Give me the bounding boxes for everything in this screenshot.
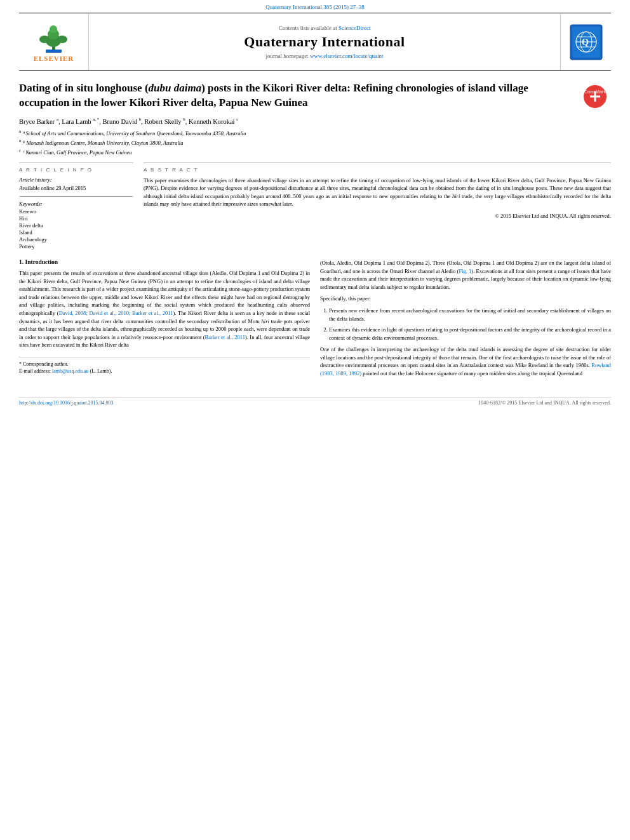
article-title-section: Dating of in situ longhouse (dubu daima)…: [19, 81, 611, 110]
sciencedirect-prefix: Contents lists available at: [279, 25, 337, 31]
elsevier-logo-box: ELSEVIER: [19, 13, 89, 70]
article-info-col: A R T I C L E I N F O Article history: A…: [19, 163, 133, 250]
keyword-pottery: Pottery: [19, 243, 133, 250]
main-right-col: (Otola, Aledio, Old Dopima 1 and Old Dop…: [320, 259, 611, 382]
crossmark-icon: CrossMark: [582, 84, 608, 109]
article-title: Dating of in situ longhouse (dubu daima)…: [19, 81, 573, 110]
affiliation-c: c ᶜ Namuri Clan, Gulf Province, Papua Ne…: [19, 147, 611, 157]
doi-link[interactable]: http://dx.doi.org/10.1016/j.quaint.2015.…: [19, 400, 114, 406]
specific-list: Presents new evidence from recent archae…: [320, 307, 611, 342]
email-link[interactable]: lamb@usq.edu.au: [52, 368, 89, 374]
journal-logo-box: Q: [560, 13, 611, 70]
section1-para1: This paper presents the results of excav…: [19, 269, 310, 349]
footnote-section: * Corresponding author. E-mail address: …: [19, 357, 310, 375]
page-footer: http://dx.doi.org/10.1016/j.quaint.2015.…: [19, 397, 611, 406]
elsevier-tree-icon: [33, 22, 74, 53]
svg-point-3: [50, 25, 57, 33]
info-divider: [19, 196, 133, 197]
affiliations: a ᵃ School of Arts and Communications, U…: [19, 128, 611, 156]
ref-fig1[interactable]: Fig. 1: [459, 268, 471, 274]
journal-title-main: Quaternary International: [244, 34, 405, 50]
section1-para2: (Otola, Aledio, Old Dopima 1 and Old Dop…: [320, 259, 611, 291]
journal-citation-text: Quaternary International 385 (2015) 27–3…: [265, 4, 364, 10]
authors-line: Bryce Barker a, Lara Lamb a, *, Bruno Da…: [19, 117, 611, 125]
keyword-river-delta: River delta: [19, 222, 133, 229]
section1-heading: 1. Introduction: [19, 259, 310, 265]
svg-text:Q: Q: [582, 37, 589, 47]
corresponding-author-note: * Corresponding author.: [19, 361, 310, 368]
page: Quaternary International 385 (2015) 27–3…: [0, 0, 630, 840]
list-item-2: Examines this evidence in light of quest…: [329, 326, 611, 342]
homepage-label: journal homepage:: [266, 53, 309, 59]
elsevier-label: ELSEVIER: [34, 55, 74, 62]
keyword-kerewo: Kerewo: [19, 208, 133, 215]
copyright-line: © 2015 Elsevier Ltd and INQUA. All right…: [144, 213, 611, 219]
journal-homepage-line: journal homepage: www.elsevier.com/locat…: [266, 53, 384, 59]
homepage-link[interactable]: www.elsevier.com/locate/quaint: [310, 53, 383, 59]
article-info-section: A R T I C L E I N F O Article history: A…: [19, 163, 133, 250]
ref-david-2008[interactable]: David, 2008; David et al., 2010; Barker …: [59, 310, 173, 316]
keywords-label: Keywords:: [19, 201, 133, 207]
journal-icon: Q: [567, 22, 605, 63]
abstract-text: This paper examines the chronologies of …: [144, 177, 611, 208]
section1-para3: One of the challenges in interpreting th…: [320, 345, 611, 377]
article-body: Dating of in situ longhouse (dubu daima)…: [0, 71, 630, 392]
keyword-archaeology: Archaeology: [19, 236, 133, 243]
abstract-label: A B S T R A C T: [144, 167, 611, 173]
affiliation-b: b ᵇ Monash Indigenous Centre, Monash Uni…: [19, 138, 611, 147]
abstract-section: A B S T R A C T This paper examines the …: [144, 163, 611, 219]
sciencedirect-link[interactable]: ScienceDirect: [338, 25, 370, 31]
ref-rowland[interactable]: Rowland (1983, 1989, 1992): [320, 362, 611, 377]
sciencedirect-line: Contents lists available at ScienceDirec…: [279, 25, 371, 31]
main-left-col: 1. Introduction This paper presents the …: [19, 259, 310, 382]
crossmark-box: CrossMark: [579, 81, 611, 109]
ref-barker-2011[interactable]: Barker et al., 2011: [205, 334, 245, 340]
available-online: Available online 29 April 2015: [19, 185, 133, 191]
keyword-hiri: Hiri: [19, 215, 133, 222]
article-info-abstract: A R T I C L E I N F O Article history: A…: [19, 163, 611, 250]
journal-citation: Quaternary International 385 (2015) 27–3…: [0, 0, 630, 13]
journal-header: ELSEVIER Contents lists available at Sci…: [19, 13, 611, 71]
main-columns: 1. Introduction This paper presents the …: [19, 259, 611, 382]
svg-point-4: [39, 36, 50, 43]
abstract-col: A B S T R A C T This paper examines the …: [144, 163, 611, 250]
journal-center: Contents lists available at ScienceDirec…: [89, 13, 560, 70]
affiliation-a: a ᵃ School of Arts and Communications, U…: [19, 128, 611, 138]
specifically-label: Specifically, this paper:: [320, 295, 611, 303]
article-info-label: A R T I C L E I N F O: [19, 167, 133, 173]
email-note: E-mail address: lamb@usq.edu.au (L. Lamb…: [19, 368, 310, 375]
keyword-island: Island: [19, 229, 133, 236]
svg-point-5: [57, 36, 67, 43]
svg-rect-6: [46, 50, 62, 53]
history-label: Article history:: [19, 177, 133, 183]
issn-text: 1040-6182/© 2015 Elsevier Ltd and INQUA.…: [478, 400, 611, 406]
list-item-1: Presents new evidence from recent archae…: [329, 307, 611, 323]
